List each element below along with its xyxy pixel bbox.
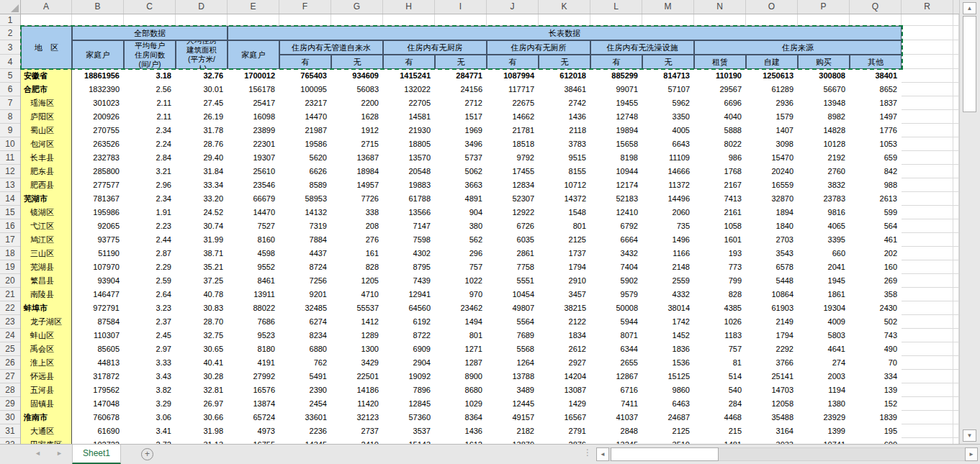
cell-N28[interactable]: 540 [694, 383, 746, 397]
cell-H29[interactable]: 12845 [383, 397, 435, 411]
cell-A7[interactable]: 瑶海区 [21, 96, 72, 110]
cell-E17[interactable]: 8160 [228, 233, 279, 247]
cell-M28[interactable]: 9860 [642, 383, 694, 397]
cell-N30[interactable]: 4468 [694, 411, 746, 424]
cell-D22[interactable]: 30.83 [176, 301, 228, 315]
cell-B6[interactable]: 1832390 [72, 83, 124, 96]
cell-B23[interactable]: 87584 [72, 315, 124, 329]
cell-L13[interactable]: 12174 [590, 178, 642, 192]
cell-H12[interactable]: 20548 [383, 165, 435, 178]
cell-L19[interactable]: 7404 [590, 260, 642, 274]
cell-O31[interactable]: 3164 [746, 424, 798, 438]
cell-E23[interactable]: 7686 [228, 315, 279, 329]
cell-A30[interactable]: 淮南市 [21, 411, 72, 424]
cell-P28[interactable]: 1194 [798, 383, 850, 397]
cell-G5[interactable]: 934609 [331, 69, 383, 83]
cell-Q26[interactable]: 70 [850, 356, 902, 370]
cell-R21[interactable] [902, 288, 953, 301]
cell-B18[interactable]: 51190 [72, 247, 124, 260]
cell-J6[interactable]: 117717 [487, 83, 539, 96]
cell-K24[interactable]: 1834 [539, 329, 590, 342]
cell-A25[interactable]: 禹会区 [21, 342, 72, 356]
cell-G25[interactable]: 1300 [331, 342, 383, 356]
cell-N5[interactable]: 110190 [694, 69, 746, 83]
cell-I13[interactable]: 3663 [435, 178, 487, 192]
cell-M12[interactable]: 14666 [642, 165, 694, 178]
cell-D9[interactable]: 31.78 [176, 124, 228, 137]
cell-N27[interactable]: 514 [694, 370, 746, 383]
cell-F8[interactable]: 14470 [279, 110, 331, 124]
cell-A32[interactable]: 田家庵区 [21, 438, 72, 444]
cell-J30[interactable]: 49157 [487, 411, 539, 424]
cell-I28[interactable]: 8680 [435, 383, 487, 397]
cell-H27[interactable]: 19092 [383, 370, 435, 383]
cell-F19[interactable]: 8724 [279, 260, 331, 274]
cell-M10[interactable]: 6643 [642, 137, 694, 151]
cell-D7[interactable]: 27.45 [176, 96, 228, 110]
cell-B22[interactable]: 972791 [72, 301, 124, 315]
cell-J24[interactable]: 7689 [487, 329, 539, 342]
cell-B25[interactable]: 85605 [72, 342, 124, 356]
cell-C26[interactable]: 3.33 [124, 356, 176, 370]
cell-O15[interactable]: 1894 [746, 206, 798, 219]
cell-F21[interactable]: 9201 [279, 288, 331, 301]
cell-L15[interactable]: 12410 [590, 206, 642, 219]
cell-P5[interactable]: 300808 [798, 69, 850, 83]
row-header-31[interactable]: 31 [0, 424, 20, 438]
cell-K25[interactable]: 2612 [539, 342, 590, 356]
header-cell-toilet-yes[interactable]: 有 [487, 55, 539, 69]
cell-H31[interactable]: 3537 [383, 424, 435, 438]
cell-M15[interactable]: 2060 [642, 206, 694, 219]
cell-H18[interactable]: 4302 [383, 247, 435, 260]
cell-G8[interactable]: 1628 [331, 110, 383, 124]
cell-I15[interactable]: 904 [435, 206, 487, 219]
cell-E22[interactable]: 88022 [228, 301, 279, 315]
cell-D20[interactable]: 37.25 [176, 274, 228, 288]
col-header-D[interactable]: D [176, 0, 228, 14]
cell-Q30[interactable]: 1839 [850, 411, 902, 424]
row-header-1[interactable]: 1 [0, 14, 20, 26]
cell-A31[interactable]: 大通区 [21, 424, 72, 438]
cell-M8[interactable]: 3350 [642, 110, 694, 124]
cell-D25[interactable]: 30.65 [176, 342, 228, 356]
cell-I29[interactable]: 1029 [435, 397, 487, 411]
cell-E24[interactable]: 9523 [228, 329, 279, 342]
cell-Q22[interactable]: 2430 [850, 301, 902, 315]
cell-E26[interactable]: 4191 [228, 356, 279, 370]
add-sheet-button[interactable]: + [141, 448, 153, 460]
cell-G20[interactable]: 1205 [331, 274, 383, 288]
cell-H24[interactable]: 8722 [383, 329, 435, 342]
cell-K13[interactable]: 10712 [539, 178, 590, 192]
row-header-25[interactable]: 25 [0, 342, 20, 356]
cell-C24[interactable]: 2.45 [124, 329, 176, 342]
cell-O27[interactable]: 25141 [746, 370, 798, 383]
cell-A20[interactable]: 繁昌县 [21, 274, 72, 288]
cell-C11[interactable]: 2.84 [124, 151, 176, 165]
cell-L24[interactable]: 8071 [590, 329, 642, 342]
cell-J7[interactable]: 22675 [487, 96, 539, 110]
cell-J12[interactable]: 17455 [487, 165, 539, 178]
cell-C7[interactable]: 2.11 [124, 96, 176, 110]
cell-O23[interactable]: 2149 [746, 315, 798, 329]
tab-sheet1[interactable]: Sheet1 [72, 445, 121, 464]
cell-G17[interactable]: 276 [331, 233, 383, 247]
row-header-17[interactable]: 17 [0, 233, 20, 247]
cell-G10[interactable]: 2715 [331, 137, 383, 151]
cell-L7[interactable]: 19455 [590, 96, 642, 110]
cell-J11[interactable]: 9792 [487, 151, 539, 165]
cell-Q9[interactable]: 1776 [850, 124, 902, 137]
cell-F20[interactable]: 7256 [279, 274, 331, 288]
cell-G18[interactable]: 161 [331, 247, 383, 260]
cell-L27[interactable]: 12867 [590, 370, 642, 383]
cell-B11[interactable]: 232783 [72, 151, 124, 165]
cell-H23[interactable]: 6192 [383, 315, 435, 329]
cell-M19[interactable]: 2148 [642, 260, 694, 274]
cell-Q14[interactable]: 2613 [850, 192, 902, 206]
cell-F14[interactable]: 58953 [279, 192, 331, 206]
cell-I20[interactable]: 1022 [435, 274, 487, 288]
cell-H8[interactable]: 14581 [383, 110, 435, 124]
cell-M6[interactable]: 57107 [642, 83, 694, 96]
cell-N11[interactable]: 986 [694, 151, 746, 165]
row-header-3[interactable]: 3 [0, 40, 20, 55]
cell-K8[interactable]: 1436 [539, 110, 590, 124]
